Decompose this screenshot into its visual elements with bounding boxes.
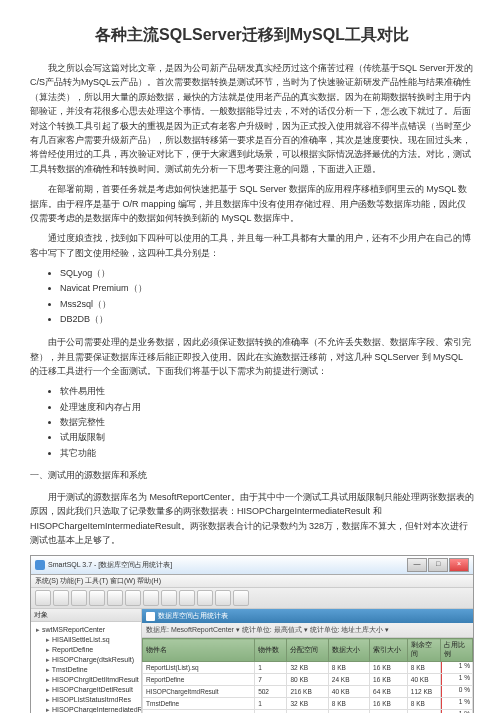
paragraph: 通过度娘查找，找到如下四种可以使用的工具，并且每一种工具都有大量的用户，还有不少…	[30, 231, 474, 260]
requirements-list: 软件易用性处理速度和内存占用数据完整性试用版限制其它功能	[60, 384, 474, 460]
data-grid[interactable]: 物件名物件数分配空间数据大小索引大小剩余空间占用比例 ReportList(Li…	[142, 638, 473, 713]
panel-header: 对象	[31, 609, 141, 622]
minimize-button[interactable]: —	[407, 558, 427, 572]
table-cell: 8 KB	[328, 698, 369, 710]
toolbar-button[interactable]	[179, 590, 195, 606]
window-titlebar: SmartSQL 3.7 - [数据库空间占用统计表] — □ ×	[31, 556, 473, 575]
column-header[interactable]: 剩余空间	[407, 639, 440, 662]
object-tree[interactable]: swtMSReportCenter HISAllSettleList.sqRep…	[31, 622, 141, 713]
section-heading: 一、测试用的源数据库和系统	[30, 469, 474, 482]
toolbar-button[interactable]	[53, 590, 69, 606]
app-screenshot: SmartSQL 3.7 - [数据库空间占用统计表] — □ × 系统(S) …	[30, 555, 474, 713]
paragraph: 在部署前期，首要任务就是考虑如何快速把基于 SQL Server 数据库的应用程…	[30, 182, 474, 225]
table-cell: 16 KB	[370, 674, 408, 686]
window-title: SmartSQL 3.7 - [数据库空间占用统计表]	[48, 560, 172, 570]
table-cell: 502	[255, 686, 287, 698]
table-row[interactable]: ReportList(List).sq132 KB8 KB16 KB8 KB1 …	[143, 662, 473, 674]
table-cell: ReportDefine	[143, 674, 255, 686]
toolbar-button[interactable]	[71, 590, 87, 606]
tree-item[interactable]: HISOPChrgItDetlItmdResult	[34, 675, 138, 685]
toolbar-button[interactable]	[233, 590, 249, 606]
column-header[interactable]: 数据大小	[328, 639, 369, 662]
maximize-button[interactable]: □	[428, 558, 448, 572]
tree-item[interactable]: HISOPCharge(dtskResult)	[34, 655, 138, 665]
table-cell: 1 %	[440, 698, 472, 710]
toolbar-button[interactable]	[125, 590, 141, 606]
tree-item[interactable]: HISOPLIstStatusItmdRes	[34, 695, 138, 705]
column-header[interactable]: 占用比例	[440, 639, 472, 662]
table-row[interactable]: TmstDefine132 KB8 KB16 KB8 KB1 %	[143, 698, 473, 710]
active-tab[interactable]: 数据库空间占用统计表	[158, 611, 228, 621]
column-header[interactable]: 物件名	[143, 639, 255, 662]
table-cell: ReportList(List).sq	[143, 662, 255, 674]
toolbar-button[interactable]	[107, 590, 123, 606]
toolbar-button[interactable]	[161, 590, 177, 606]
filter-toolbar[interactable]: 数据库: MesoftReportCenter ▾ 统计单位: 最高值式 ▾ 统…	[142, 623, 473, 638]
column-header[interactable]: 索引大小	[370, 639, 408, 662]
table-cell: 1	[255, 698, 287, 710]
table-cell: 112 KB	[407, 686, 440, 698]
list-item: 数据完整性	[60, 415, 474, 430]
table-cell: 8 KB	[407, 698, 440, 710]
menu-bar[interactable]: 系统(S) 功能(F) 工具(T) 窗口(W) 帮助(H)	[31, 575, 473, 588]
tree-item[interactable]: ReportDefine	[34, 645, 138, 655]
table-row[interactable]: HISOPChargeItmdResult502216 KB40 KB64 KB…	[143, 686, 473, 698]
table-cell: 40 KB	[328, 686, 369, 698]
toolbar-button[interactable]	[143, 590, 159, 606]
tab-icon	[146, 612, 155, 621]
table-cell: 16 KB	[370, 698, 408, 710]
tree-item[interactable]: HISOPChargeItDetlResult	[34, 685, 138, 695]
table-cell: 40 KB	[407, 674, 440, 686]
page-title: 各种主流SQLServer迁移到MySQL工具对比	[30, 25, 474, 46]
paragraph: 用于测试的源数据库名为 MesoftReportCenter。由于其中中一个测试…	[30, 490, 474, 548]
tree-item[interactable]: TmstDefine	[34, 665, 138, 675]
table-row[interactable]: ReportDefine780 KB24 KB16 KB40 KB1 %	[143, 674, 473, 686]
list-item: Navicat Premium（）	[60, 281, 474, 296]
table-cell: 32 KB	[287, 698, 328, 710]
tree-item[interactable]: HISOPChargeInternediatedResult	[34, 705, 138, 713]
table-cell: 7	[255, 674, 287, 686]
toolbar-button[interactable]	[215, 590, 231, 606]
toolbar-button[interactable]	[89, 590, 105, 606]
table-cell: 64 KB	[370, 686, 408, 698]
list-item: 试用版限制	[60, 430, 474, 445]
table-cell: 1 %	[440, 662, 472, 674]
list-item: 其它功能	[60, 446, 474, 461]
close-button[interactable]: ×	[449, 558, 469, 572]
list-item: Mss2sql（）	[60, 297, 474, 312]
table-cell: 32 KB	[287, 662, 328, 674]
table-cell: TmstDefine	[143, 698, 255, 710]
tool-list: SQLyog（）Navicat Premium（）Mss2sql（）DB2DB（…	[60, 266, 474, 327]
table-cell: 8 KB	[407, 662, 440, 674]
tab-bar: 数据库空间占用统计表	[142, 609, 473, 623]
list-item: DB2DB（）	[60, 312, 474, 327]
paragraph: 由于公司需要处理的是业务数据，因此必须保证数据转换的准确率（不允许丢失数据、数据…	[30, 335, 474, 378]
app-icon	[35, 560, 45, 570]
column-header[interactable]: 物件数	[255, 639, 287, 662]
tree-item[interactable]: HISAllSettleList.sq	[34, 635, 138, 645]
table-cell: 80 KB	[287, 674, 328, 686]
list-item: 软件易用性	[60, 384, 474, 399]
table-cell: 16 KB	[370, 662, 408, 674]
list-item: 处理速度和内存占用	[60, 400, 474, 415]
list-item: SQLyog（）	[60, 266, 474, 281]
table-cell: 8 KB	[328, 662, 369, 674]
paragraph: 我之所以会写这篇对比文章，是因为公司新产品研发真实经历过这个痛苦过程（传统基于S…	[30, 61, 474, 176]
table-cell: 1	[255, 662, 287, 674]
column-header[interactable]: 分配空间	[287, 639, 328, 662]
table-cell: 1 %	[440, 674, 472, 686]
table-cell: 0 %	[440, 686, 472, 698]
table-cell: 216 KB	[287, 686, 328, 698]
toolbar	[31, 588, 473, 609]
toolbar-button[interactable]	[35, 590, 51, 606]
table-cell: HISOPChargeItmdResult	[143, 686, 255, 698]
toolbar-button[interactable]	[197, 590, 213, 606]
table-cell: 24 KB	[328, 674, 369, 686]
tree-root[interactable]: swtMSReportCenter	[34, 625, 138, 635]
